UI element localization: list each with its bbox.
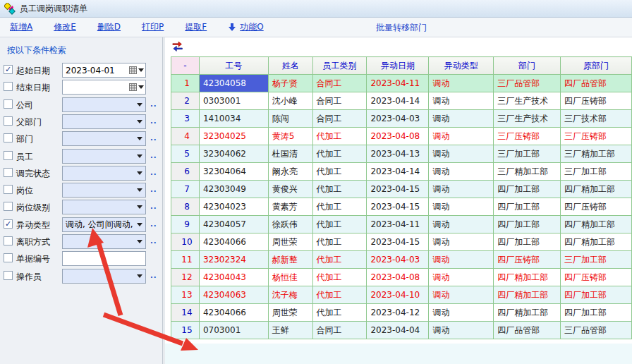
cell-movedate[interactable]: 2023-04-11 [367,216,429,233]
cell-dept[interactable]: 三厂生产技术 [494,92,561,110]
cell-dept[interactable]: 四厂精加工部 [494,269,561,286]
cell-dept[interactable]: 三厂生产技术 [494,110,561,128]
cell-movedate[interactable]: 2023-04-13 [367,145,429,163]
cell-origdept[interactable]: 四厂压铸部 [561,269,632,286]
cell-empno[interactable]: 32302324 [199,251,268,269]
cell-name[interactable]: 杨子贤 [268,75,312,92]
filter-combo-离职方式[interactable] [62,234,146,249]
cell-movetype[interactable]: 调动 [429,181,494,198]
cell-rownum[interactable]: 9 [171,216,200,233]
cell-empno[interactable]: 42304066 [199,304,268,322]
chevron-down-icon[interactable] [134,169,145,178]
cell-emptype[interactable]: 代加工 [312,128,367,145]
toolbar-delete-button[interactable]: 删除D [97,21,121,33]
cell-movetype[interactable]: 调动 [429,75,494,92]
toolbar-function-menu[interactable]: 功能O [228,21,263,33]
more-options-button-离职方式[interactable]: .. [150,238,157,244]
cell-emptype[interactable]: 代加工 [312,304,367,322]
cell-movedate[interactable]: 2023-04-15 [367,233,429,251]
cell-emptype[interactable]: 合同工 [312,110,367,128]
filter-checkbox-公司[interactable] [4,99,13,109]
cell-dept[interactable]: 四厂压铸部 [494,251,561,269]
chevron-down-icon[interactable] [134,202,145,212]
cell-movedate[interactable]: 2023-04-14 [367,92,429,110]
more-options-button-调完状态[interactable]: .. [150,170,157,176]
cell-empno[interactable]: 1410034 [199,110,268,128]
cell-rownum[interactable]: 6 [171,163,200,181]
cell-movedate[interactable]: 2023-04-03 [367,251,429,269]
chevron-down-icon[interactable] [134,186,145,195]
cell-emptype[interactable]: 合同工 [312,75,367,92]
cell-name[interactable]: 黄素芳 [268,198,312,216]
cell-movetype[interactable]: 调动 [429,198,494,216]
cell-origdept[interactable]: 四厂精加工部 [561,233,632,251]
cell-emptype[interactable]: 合同工 [312,322,367,339]
cell-rownum[interactable]: 13 [171,286,200,304]
filter-input-单据编号[interactable] [62,251,146,266]
cell-rownum[interactable]: 7 [171,181,200,198]
filter-checkbox-结束日期[interactable] [4,82,13,91]
cell-empno[interactable]: 42304057 [199,216,268,233]
cell-name[interactable]: 徐跃伟 [268,216,312,233]
more-options-button-部门[interactable]: .. [150,135,157,141]
more-options-button-岗位[interactable]: .. [150,187,157,193]
cell-movetype[interactable]: 调动 [429,322,494,339]
more-options-button-父部门[interactable]: .. [150,119,157,124]
cell-movedate[interactable]: 2023-04-03 [367,110,429,128]
filter-combo-岗位[interactable] [62,183,146,198]
cell-movedate[interactable]: 2023-04-08 [367,128,429,145]
more-options-button-公司[interactable]: .. [150,102,157,107]
cell-dept[interactable]: 三厂精加工部 [494,163,561,181]
cell-name[interactable]: 周世荣 [268,233,312,251]
more-options-button-异动类型[interactable]: .. [150,222,157,227]
cell-rownum[interactable]: 12 [171,269,200,286]
filter-checkbox-调完状态[interactable] [4,168,13,177]
cell-empno[interactable]: 32304064 [199,163,268,181]
cell-movedate[interactable]: 2023-04-10 [367,286,429,304]
filter-combo-父部门[interactable] [62,114,146,129]
chevron-down-icon[interactable] [134,272,145,281]
cell-origdept[interactable]: 四厂精加工部 [561,216,632,233]
chevron-down-icon[interactable] [134,100,145,109]
cell-emptype[interactable]: 代加工 [312,145,367,163]
cell-origdept[interactable]: 四厂压铸部 [561,198,632,216]
filter-checkbox-岗位[interactable] [4,185,13,194]
toolbar-extract-button[interactable]: 提取F [185,21,207,33]
cell-empno[interactable]: 0703001 [199,322,268,339]
cell-rownum[interactable]: 8 [171,198,200,216]
more-options-button-员工[interactable]: .. [150,153,157,159]
chevron-down-icon[interactable] [134,134,145,143]
cell-movedate[interactable]: 2023-04-14 [367,163,429,181]
cell-name[interactable]: 黄涛5 [268,128,312,145]
cell-rownum[interactable]: 5 [171,145,200,163]
filter-checkbox-单据编号[interactable] [4,253,13,262]
cell-movetype[interactable]: 调动 [429,233,494,251]
chevron-down-icon[interactable] [134,220,145,229]
cell-origdept[interactable]: 三厂加工部 [561,251,632,269]
cell-dept[interactable]: 四厂加工部 [494,216,561,233]
cell-name[interactable]: 周世荣 [268,304,312,322]
cell-emptype[interactable]: 代加工 [312,251,367,269]
cell-empno[interactable]: 32304025 [199,128,268,145]
cell-rownum[interactable]: 11 [171,251,200,269]
cell-origdept[interactable]: 四厂精加工部 [561,181,632,198]
calendar-icon[interactable] [127,66,145,75]
cell-emptype[interactable]: 代加工 [312,269,367,286]
cell-name[interactable]: 黄俊兴 [268,181,312,198]
cell-origdept[interactable]: 三厂品管部 [561,322,632,339]
filter-checkbox-起始日期[interactable]: ✓ [4,65,13,74]
filter-combo-操作员[interactable] [62,269,146,284]
cell-name[interactable]: 杨恒佳 [268,269,312,286]
cell-movedate[interactable]: 2023-04-15 [367,198,429,216]
chevron-down-icon[interactable] [134,237,145,246]
filter-combo-员工[interactable] [62,149,146,164]
cell-name[interactable]: 陈闯 [268,110,312,128]
cell-movetype[interactable]: 调动 [429,145,494,163]
cell-dept[interactable]: 四厂加工部 [494,198,561,216]
filter-checkbox-异动类型[interactable]: ✓ [4,219,13,229]
cell-origdept[interactable]: 四厂加工部 [561,304,632,322]
cell-empno[interactable]: 42304023 [199,198,268,216]
cell-dept[interactable]: 三厂品管部 [494,75,561,92]
cell-movetype[interactable]: 调动 [429,286,494,304]
cell-emptype[interactable]: 代加工 [312,198,367,216]
